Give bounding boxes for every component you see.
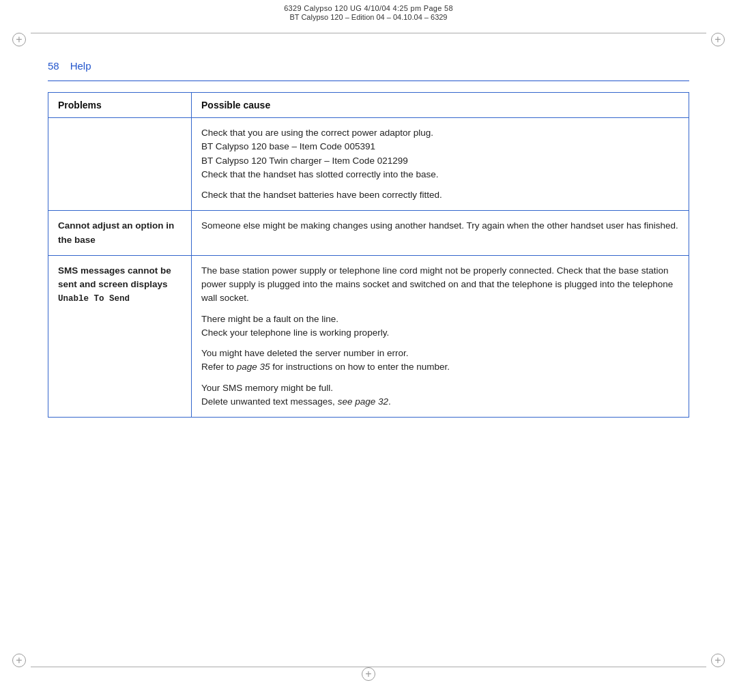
page-reference: page 35 — [237, 362, 270, 372]
page-reference-2: see page 32 — [338, 396, 388, 407]
page-title-area: 58 Help — [48, 60, 91, 72]
cause-paragraph: Check that the handset batteries have be… — [201, 188, 679, 202]
problem-cell-1 — [48, 118, 192, 211]
reg-mark-bottom-right — [711, 654, 725, 667]
problem-cell-3: SMS messages cannot be sent and screen d… — [48, 255, 192, 417]
header-line2: BT Calypso 120 – Edition 04 – 04.10.04 –… — [290, 13, 448, 21]
cause-cell-3: The base station power supply or telepho… — [192, 255, 689, 417]
main-content: Problems Possible cause Check that you a… — [48, 92, 689, 645]
cause-paragraph: Your SMS memory might be full. Delete un… — [201, 381, 679, 409]
col-cause-header: Possible cause — [192, 93, 689, 118]
page-header: 6329 Calypso 120 UG 4/10/04 4:25 pm Page… — [0, 0, 737, 38]
help-table: Problems Possible cause Check that you a… — [48, 92, 689, 418]
screen-display-text: Unable To Send — [58, 294, 130, 304]
edge-line-bottom — [31, 667, 706, 667]
header-line1: 6329 Calypso 120 UG 4/10/04 4:25 pm Page… — [284, 4, 453, 12]
cause-cell-1: Check that you are using the correct pow… — [192, 118, 689, 211]
problem-cell-2: Cannot adjust an option in the base — [48, 211, 192, 256]
section-title: Help — [70, 60, 91, 72]
cause-paragraph: The base station power supply or telepho… — [201, 264, 679, 306]
cause-cell-2: Someone else might be making changes usi… — [192, 211, 689, 256]
col-problems-header: Problems — [48, 93, 192, 118]
table-row: Cannot adjust an option in the base Some… — [48, 211, 689, 256]
table-row: Check that you are using the correct pow… — [48, 118, 689, 211]
reg-mark-bottom-left — [12, 654, 26, 667]
cause-paragraph: Someone else might be making changes usi… — [201, 219, 679, 233]
reg-mark-bottom-center — [362, 667, 375, 681]
page-number: 58 — [48, 60, 59, 72]
cause-paragraph: Check that you are using the correct pow… — [201, 126, 679, 181]
table-row: SMS messages cannot be sent and screen d… — [48, 255, 689, 417]
title-rule — [48, 81, 689, 81]
table-header-row: Problems Possible cause — [48, 93, 689, 118]
cause-paragraph: There might be a fault on the line. Chec… — [201, 312, 679, 340]
cause-paragraph: You might have deleted the server number… — [201, 347, 679, 375]
